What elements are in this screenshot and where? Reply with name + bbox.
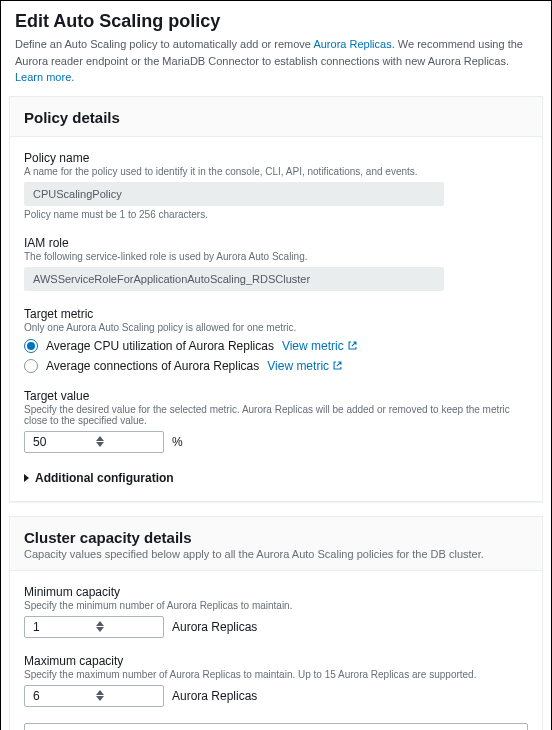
cluster-capacity-sub: Capacity values specified below apply to… (24, 548, 528, 560)
min-capacity-unit: Aurora Replicas (172, 620, 257, 634)
min-capacity-hint: Specify the minimum number of Aurora Rep… (24, 600, 528, 611)
target-metric-label: Target metric (24, 307, 528, 321)
additional-config-toggle[interactable]: Additional configuration (24, 469, 528, 487)
target-metric-hint: Only one Aurora Auto Scaling policy is a… (24, 322, 528, 333)
radio-connections-label: Average connections of Aurora Replicas (46, 359, 259, 373)
view-metric-conn-link[interactable]: View metric (267, 359, 343, 373)
cluster-capacity-panel: Cluster capacity details Capacity values… (9, 516, 543, 731)
target-value-hint: Specify the desired value for the select… (24, 404, 528, 426)
stepper-icon[interactable] (96, 690, 159, 701)
radio-connections[interactable] (24, 359, 38, 373)
aurora-replicas-link[interactable]: Aurora Replicas (313, 38, 391, 50)
iam-role-hint: The following service-linked role is use… (24, 251, 528, 262)
policy-name-hint: A name for the policy used to identify i… (24, 166, 528, 177)
policy-name-helper: Policy name must be 1 to 256 characters. (24, 209, 528, 220)
external-link-icon (347, 340, 358, 351)
stepper-icon[interactable] (96, 436, 159, 447)
max-capacity-hint: Specify the maximum number of Aurora Rep… (24, 669, 528, 680)
view-metric-cpu-link[interactable]: View metric (282, 339, 358, 353)
intro-text: Define an Auto Scaling policy to automat… (15, 36, 537, 86)
target-value-input[interactable]: 50 (24, 431, 164, 453)
policy-name-input[interactable]: CPUScalingPolicy (24, 182, 444, 206)
policy-details-heading: Policy details (24, 109, 528, 126)
target-value-unit: % (172, 435, 183, 449)
caret-right-icon (24, 474, 29, 482)
radio-cpu-label: Average CPU utilization of Aurora Replic… (46, 339, 274, 353)
max-capacity-unit: Aurora Replicas (172, 689, 257, 703)
policy-name-label: Policy name (24, 151, 528, 165)
min-capacity-input[interactable]: 1 (24, 616, 164, 638)
learn-more-link[interactable]: Learn more. (15, 71, 74, 83)
policy-details-panel: Policy details Policy name A name for th… (9, 96, 543, 502)
capacity-warning: Changes to the capacity values will be a… (24, 723, 528, 731)
min-capacity-label: Minimum capacity (24, 585, 528, 599)
target-value-label: Target value (24, 389, 528, 403)
external-link-icon (332, 360, 343, 371)
page-title: Edit Auto Scaling policy (15, 11, 537, 32)
max-capacity-label: Maximum capacity (24, 654, 528, 668)
max-capacity-input[interactable]: 6 (24, 685, 164, 707)
iam-role-label: IAM role (24, 236, 528, 250)
stepper-icon[interactable] (96, 621, 159, 632)
cluster-capacity-heading: Cluster capacity details (24, 529, 528, 546)
radio-cpu[interactable] (24, 339, 38, 353)
iam-role-input[interactable]: AWSServiceRoleForApplicationAutoScaling_… (24, 267, 444, 291)
